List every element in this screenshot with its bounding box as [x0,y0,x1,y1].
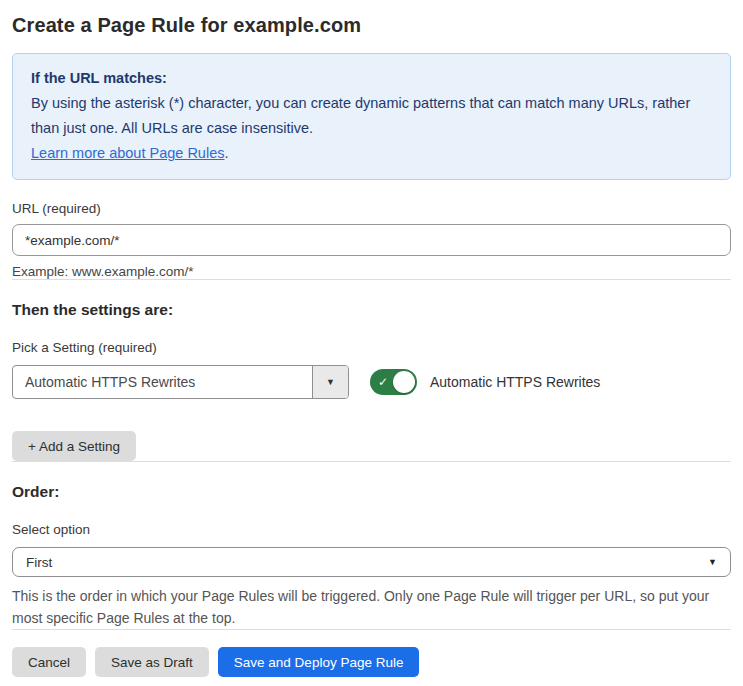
learn-more-link[interactable]: Learn more about Page Rules [31,145,224,161]
add-setting-button[interactable]: + Add a Setting [12,431,136,461]
url-matches-info-box: If the URL matches: By using the asteris… [12,53,731,180]
https-rewrites-toggle-group: ✓ Automatic HTTPS Rewrites [370,369,600,395]
divider [12,629,731,630]
info-box-link-line: Learn more about Page Rules. [31,141,712,166]
info-box-heading: If the URL matches: [31,66,712,91]
footer-actions: Cancel Save as Draft Save and Deploy Pag… [12,647,731,677]
chevron-down-icon: ▼ [708,557,717,567]
divider [12,279,731,280]
page-title: Create a Page Rule for example.com [12,0,731,37]
url-field-label: URL (required) [12,201,731,216]
save-as-draft-button[interactable]: Save as Draft [95,647,209,677]
setting-dropdown[interactable]: Automatic HTTPS Rewrites ▼ [12,365,349,399]
settings-section-heading: Then the settings are: [12,301,731,319]
toggle-label: Automatic HTTPS Rewrites [430,374,600,390]
toggle-knob [393,371,415,393]
https-rewrites-toggle[interactable]: ✓ [370,369,417,395]
setting-dropdown-button[interactable]: ▼ [312,366,348,398]
order-dropdown-value: First [26,555,52,570]
create-page-rule-dialog: Create a Page Rule for example.com If th… [0,0,743,686]
url-example-hint: Example: www.example.com/* [12,264,731,279]
divider [12,461,731,462]
order-section-heading: Order: [12,483,731,501]
pick-setting-label: Pick a Setting (required) [12,340,731,355]
link-suffix: . [224,145,228,161]
setting-picker-row: Automatic HTTPS Rewrites ▼ ✓ Automatic H… [12,365,731,399]
save-and-deploy-button[interactable]: Save and Deploy Page Rule [218,647,420,677]
chevron-down-icon: ▼ [326,377,335,387]
cancel-button[interactable]: Cancel [12,647,86,677]
info-box-body: By using the asterisk (*) character, you… [31,91,712,141]
order-dropdown[interactable]: First ▼ [12,547,731,577]
url-input[interactable] [12,224,731,256]
check-icon: ✓ [378,376,388,388]
select-option-label: Select option [12,522,731,537]
order-description: This is the order in which your Page Rul… [12,585,712,629]
setting-dropdown-value: Automatic HTTPS Rewrites [13,366,312,398]
